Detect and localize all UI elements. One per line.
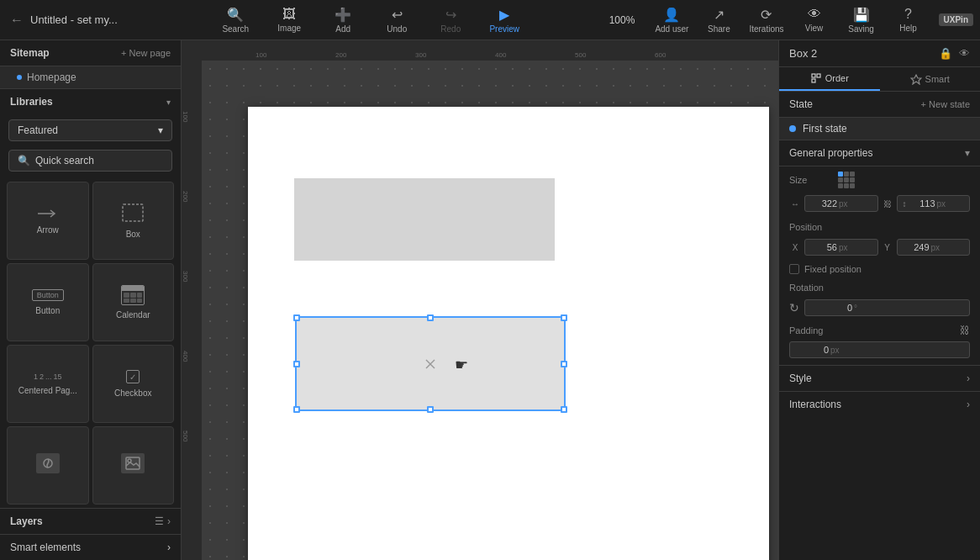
search-box[interactable]: 🔍: [8, 150, 172, 172]
button-label: Button: [35, 306, 60, 315]
design-box-selected[interactable]: [295, 316, 566, 411]
search-button[interactable]: 🔍 Search: [219, 7, 252, 34]
layers-title: Layers: [10, 515, 43, 527]
share-button[interactable]: ↗ Share: [702, 7, 735, 34]
smart-elements-footer[interactable]: Smart elements ›: [0, 534, 181, 560]
position-label-row: Position: [779, 217, 980, 237]
component-arrow[interactable]: Arrow: [7, 182, 89, 260]
preview-icon: ▶: [499, 7, 509, 23]
state-section: State + New state First state: [779, 92, 980, 140]
svg-marker-10: [911, 75, 921, 84]
document-title[interactable]: Untitled - set my...: [30, 13, 118, 26]
visibility-icon[interactable]: 👁: [959, 47, 970, 60]
canvas-content[interactable]: ☛: [202, 61, 778, 560]
padding-input-box[interactable]: px: [789, 341, 970, 358]
component-generic-1[interactable]: [7, 426, 89, 505]
component-image[interactable]: [92, 426, 175, 505]
rotation-unit: °: [854, 304, 857, 313]
rotation-input-row: ↻ °: [779, 298, 980, 321]
ruler-mark-300: 300: [415, 51, 426, 59]
undo-button[interactable]: ↩ Undo: [380, 7, 414, 34]
toolbar: ← Untitled - set my... 🔍 Search 🖼 Image …: [0, 0, 980, 40]
width-input[interactable]: [810, 198, 837, 209]
featured-label: Featured: [18, 124, 58, 136]
horizontal-ruler: 100 200 300 400 500 600: [182, 40, 778, 61]
width-icon: ↔: [789, 199, 801, 209]
anchor-mc: [844, 177, 849, 182]
layers-expand-icon[interactable]: ›: [167, 515, 171, 527]
style-chevron-icon: ›: [967, 372, 970, 384]
component-centered-pagination[interactable]: 12...15 Centered Pag...: [7, 345, 89, 423]
help-button[interactable]: ? Help: [892, 7, 925, 33]
back-button[interactable]: ←: [7, 10, 27, 30]
canvas-area[interactable]: 100 200 300 400 500 600 100 200 300 400 …: [182, 40, 778, 560]
padding-input[interactable]: [795, 345, 829, 355]
general-properties-header[interactable]: General properties ▾: [779, 140, 980, 166]
featured-dropdown[interactable]: Featured ▾: [8, 119, 172, 141]
help-icon: ?: [904, 7, 912, 22]
ruler-mark-400: 400: [495, 51, 506, 59]
rotation-input[interactable]: [810, 303, 852, 313]
y-input[interactable]: [903, 242, 930, 252]
add-button[interactable]: ➕ Add: [326, 7, 360, 34]
style-section[interactable]: Style ›: [779, 366, 980, 392]
lock-icon[interactable]: 🔒: [939, 47, 952, 60]
checkbox-label: Checkbox: [114, 388, 151, 398]
right-panel: Box 2 🔒 👁 Order Smart: [778, 40, 980, 560]
zoom-level[interactable]: 100%: [609, 14, 635, 26]
y-unit: px: [931, 243, 940, 252]
component-checkbox[interactable]: ✓ Checkbox: [92, 345, 175, 423]
add-user-icon: 👤: [663, 7, 680, 23]
component-calendar[interactable]: Calendar: [92, 263, 175, 341]
search-input[interactable]: [35, 155, 163, 166]
height-unit: px: [937, 199, 946, 209]
rotation-input-box[interactable]: °: [804, 299, 970, 316]
height-input-box[interactable]: ↕ px: [897, 195, 971, 212]
ruler-mark-500: 500: [575, 51, 586, 59]
size-row: Size: [779, 166, 980, 193]
new-page-button[interactable]: + New page: [121, 48, 171, 58]
first-state-item[interactable]: First state: [779, 118, 980, 140]
tab-smart[interactable]: Smart: [880, 67, 981, 91]
iterations-button[interactable]: ⟳ Iterations: [749, 7, 783, 34]
box-label: Box: [126, 230, 140, 239]
layers-options-icon[interactable]: ☰: [155, 515, 164, 527]
iterations-icon: ⟳: [761, 7, 772, 23]
panel-tabs: Order Smart: [779, 67, 980, 92]
rotation-icon: ↻: [789, 301, 799, 314]
y-input-box[interactable]: px: [897, 239, 971, 256]
preview-button[interactable]: ▶ Preview: [487, 7, 521, 34]
image-icon: 🖼: [282, 7, 296, 22]
padding-header-row: Padding ⛓: [779, 321, 980, 340]
image-button[interactable]: 🖼 Image: [272, 7, 306, 33]
add-user-button[interactable]: 👤 Add user: [655, 7, 688, 34]
homepage-item[interactable]: Homepage: [0, 66, 181, 88]
saving-icon: 💾: [853, 7, 870, 23]
box-icon: [121, 203, 145, 225]
size-anchor-grid[interactable]: [838, 172, 855, 188]
view-icon: 👁: [808, 7, 821, 22]
first-state-label: First state: [803, 123, 847, 135]
x-input[interactable]: [810, 242, 837, 252]
x-input-box[interactable]: px: [804, 239, 878, 256]
new-state-button[interactable]: + New state: [921, 99, 970, 109]
state-title: State: [789, 98, 813, 110]
interactions-section[interactable]: Interactions ›: [779, 392, 980, 417]
ruler-mark-600: 600: [655, 51, 666, 59]
component-button[interactable]: Button Button: [7, 263, 89, 341]
design-box-top[interactable]: [294, 178, 555, 261]
width-input-box[interactable]: px: [804, 195, 878, 212]
redo-button[interactable]: ↪ Redo: [434, 7, 467, 34]
view-button[interactable]: 👁 View: [798, 7, 831, 33]
height-icon: ↕: [903, 199, 907, 209]
selected-element-title: Box 2: [789, 47, 817, 60]
anchor-tr: [850, 172, 855, 177]
layers-footer[interactable]: Layers ☰ ›: [0, 508, 181, 534]
libraries-header[interactable]: Libraries ▾: [0, 88, 181, 114]
interactions-chevron-icon: ›: [967, 399, 970, 410]
height-input[interactable]: [909, 198, 935, 209]
tab-order[interactable]: Order: [779, 67, 880, 91]
fixed-position-checkbox[interactable]: [789, 264, 799, 274]
component-box[interactable]: Box: [92, 182, 175, 260]
toolbar-center: 🔍 Search 🖼 Image ➕ Add ↩ Undo ↪ Redo ▶ P…: [131, 7, 609, 34]
